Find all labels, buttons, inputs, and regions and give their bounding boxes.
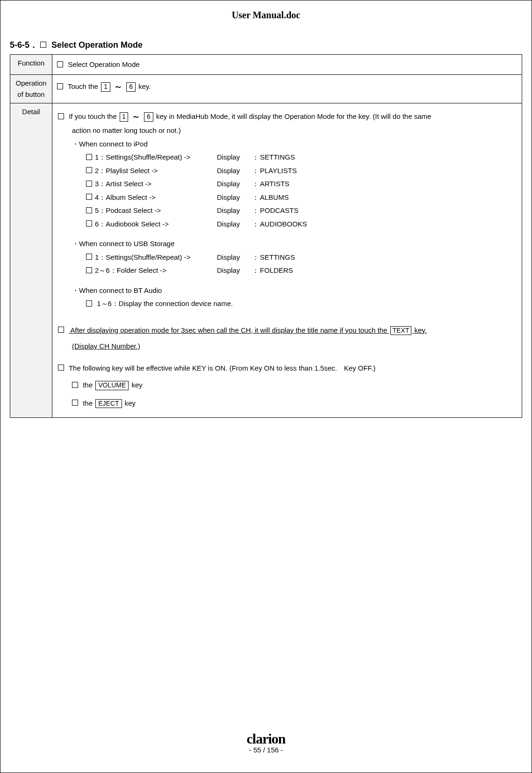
display-label: Display [217, 164, 251, 178]
list-item: 2：Playlist Select ->Display：PLAYLISTS [86, 164, 516, 178]
item-display-value: SETTINGS [260, 253, 295, 261]
display-label: Display [217, 151, 251, 164]
key-text: TEXT [390, 326, 412, 335]
checkbox-icon [58, 365, 64, 371]
checkbox-icon [72, 400, 78, 406]
checkbox-icon [58, 113, 64, 119]
list-item: 6：Audiobook Select ->Display：AUDIOBOOKS [86, 218, 516, 231]
usb-list: 1：Settings(Shuffle/Repeat) ->Display：SET… [58, 251, 516, 277]
list-item: 3：Artist Select ->Display：ARTISTS [86, 177, 516, 191]
item-left: 3：Artist Select -> [95, 180, 151, 188]
intro-mid: key in MediaHub Mode, it will display th… [156, 112, 431, 120]
row-label-function: Function [10, 55, 52, 75]
list-item: 5：Podcast Select ->Display：PODCASTS [86, 204, 516, 218]
checkbox-icon [86, 220, 92, 226]
function-cell: Select Operation Mode [52, 55, 522, 75]
checkbox-icon [72, 382, 78, 388]
item-display-value: AUDIOBOOKS [260, 220, 307, 228]
item-left: 2～6：Folder Select -> [95, 266, 166, 274]
section-header: 5-6-5． Select Operation Mode [10, 39, 522, 51]
list-item: 1：Settings(Shuffle/Repeat) ->Display：SET… [86, 151, 516, 164]
item-left: 4：Album Select -> [95, 193, 156, 201]
list-item: 2～6：Folder Select ->Display：FOLDERS [86, 264, 516, 277]
display-label: Display [217, 251, 251, 264]
page-number: - 55 / 156 - [0, 746, 532, 754]
document-title: User Manual.doc [10, 10, 522, 21]
ipod-header: ・When connect to iPod [58, 138, 516, 151]
checkbox-icon [86, 267, 92, 273]
item-left: 2：Playlist Select -> [95, 167, 158, 175]
row-label-operation: Operation of button [10, 75, 52, 103]
after-disp-line1: After displaying operation mode for 3sec… [69, 326, 427, 334]
key-eject: EJECT [95, 399, 122, 408]
table-row: Detail If you touch the 1 ～ 6 key in Med… [10, 103, 522, 418]
colon: ： [251, 218, 260, 231]
display-label: Display [217, 191, 251, 204]
checkbox-icon [86, 181, 92, 187]
section-number: 5-6-5． [10, 40, 38, 50]
key-1: 1 [101, 82, 110, 92]
item-left: 5：Podcast Select -> [95, 206, 161, 214]
checkbox-icon [86, 300, 92, 306]
brand-logo: clarion [0, 731, 532, 747]
display-label: Display [217, 204, 251, 218]
document-page: User Manual.doc 5-6-5． Select Operation … [0, 0, 532, 773]
bt-item: 1～6：Display the connection device name. [58, 297, 516, 311]
table-row: Function Select Operation Mode [10, 55, 522, 75]
detail-cell: If you touch the 1 ～ 6 key in MediaHub M… [52, 103, 522, 418]
key-volume: VOLUME [95, 381, 129, 390]
ipod-list: 1：Settings(Shuffle/Repeat) ->Display：SET… [58, 151, 516, 231]
colon: ： [251, 264, 260, 277]
item-display-value: FOLDERS [260, 266, 293, 274]
page-footer: clarion - 55 / 156 - [0, 731, 532, 754]
key-6: 6 [126, 82, 136, 92]
effective-key-volume: the VOLUME key [58, 379, 516, 392]
tilde-icon: ～ [114, 82, 122, 91]
item-display-value: SETTINGS [260, 153, 295, 161]
key-6: 6 [144, 112, 153, 122]
checkbox-icon [40, 42, 46, 48]
tilde-icon: ～ [132, 112, 140, 121]
item-display-value: ALBUMS [260, 193, 289, 201]
checkbox-icon [86, 154, 92, 160]
operation-suffix: key. [138, 82, 151, 90]
colon: ： [251, 164, 260, 178]
after-display-block: After displaying operation mode for 3sec… [58, 324, 516, 353]
operation-prefix: Touch the [68, 82, 98, 90]
item-left: 1：Settings(Shuffle/Repeat) -> [95, 253, 190, 261]
display-label: Display [217, 264, 251, 277]
operation-cell: Touch the 1 ～ 6 key. [52, 75, 522, 103]
row-label-detail: Detail [10, 103, 52, 418]
colon: ： [251, 191, 260, 204]
bt-header: ・When connect to BT Audio [58, 284, 516, 298]
effective-key-eject: the EJECT key [58, 397, 516, 410]
item-display-value: PLAYLISTS [260, 167, 297, 175]
item-display-value: ARTISTS [260, 180, 289, 188]
colon: ： [251, 151, 260, 164]
display-label: Display [217, 218, 251, 231]
function-text: Select Operation Mode [68, 60, 139, 68]
effective-block: The following key will be effective whil… [58, 362, 516, 410]
item-left: 1：Settings(Shuffle/Repeat) -> [95, 153, 190, 161]
after-disp-line2: (Display CH Number.) [58, 340, 516, 353]
table-row: Operation of button Touch the 1 ～ 6 key. [10, 75, 522, 103]
colon: ： [251, 204, 260, 218]
checkbox-icon [57, 83, 63, 89]
section-title: Select Operation Mode [51, 40, 143, 50]
bt-item-text: 1～6：Display the connection device name. [97, 299, 233, 307]
spec-table: Function Select Operation Mode Operation… [10, 54, 522, 418]
key-1: 1 [120, 112, 128, 122]
checkbox-icon [58, 327, 64, 333]
checkbox-icon [86, 194, 92, 200]
list-item: 4：Album Select ->Display：ALBUMS [86, 191, 516, 204]
usb-header: ・When connect to USB Storage [58, 237, 516, 251]
item-left: 6：Audiobook Select -> [95, 220, 169, 228]
checkbox-icon [86, 207, 92, 213]
display-label: Display [217, 177, 251, 191]
intro-prefix: If you touch the [69, 112, 117, 120]
list-item: 1：Settings(Shuffle/Repeat) ->Display：SET… [86, 251, 516, 264]
intro-line2: action no matter long touch or not.) [58, 124, 516, 138]
item-display-value: PODCASTS [260, 206, 299, 214]
checkbox-icon [57, 61, 63, 67]
detail-intro: If you touch the 1 ～ 6 key in MediaHub M… [58, 108, 516, 124]
